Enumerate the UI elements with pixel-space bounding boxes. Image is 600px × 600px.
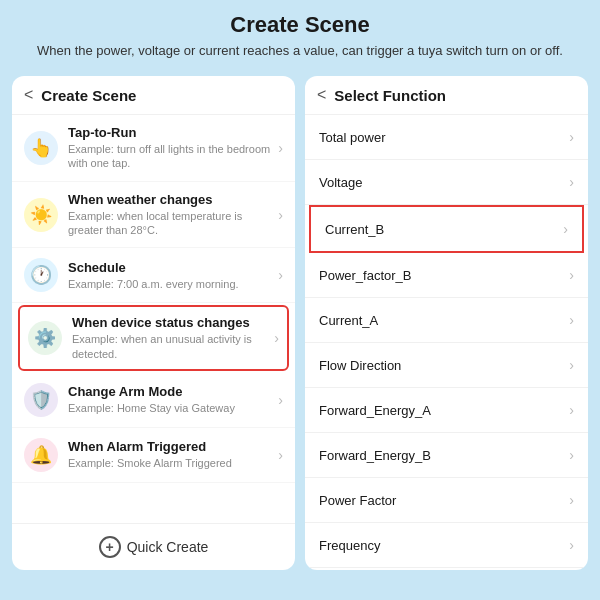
left-panel-content: 👆 Tap-to-Run Example: turn off all light… <box>12 115 295 523</box>
scene-item[interactable]: ⚙️ When device status changes Example: w… <box>18 305 289 371</box>
right-back-button[interactable]: < <box>317 86 326 104</box>
scene-item[interactable]: 👆 Tap-to-Run Example: turn off all light… <box>12 115 295 182</box>
function-name: Forward_Energy_B <box>319 448 431 463</box>
function-item[interactable]: Forward_Energy_B › <box>305 433 588 478</box>
function-item[interactable]: Total power › <box>305 115 588 160</box>
left-panel-title: Create Scene <box>41 87 136 104</box>
function-name: Total power <box>319 130 385 145</box>
quick-create-button[interactable]: + Quick Create <box>12 523 295 570</box>
function-arrow-icon: › <box>569 447 574 463</box>
scene-item[interactable]: 🛡️ Change Arm Mode Example: Home Stay vi… <box>12 373 295 428</box>
scene-desc: Example: Smoke Alarm Triggered <box>68 456 278 470</box>
page-subtitle: When the power, voltage or current reach… <box>20 42 580 60</box>
function-name: Power Factor <box>319 493 396 508</box>
function-arrow-icon: › <box>569 174 574 190</box>
function-name: Current_A <box>319 313 378 328</box>
function-arrow-icon: › <box>569 129 574 145</box>
scene-name: Tap-to-Run <box>68 125 278 140</box>
function-arrow-icon: › <box>569 312 574 328</box>
scene-item[interactable]: ☀️ When weather changes Example: when lo… <box>12 182 295 249</box>
right-panel-header: < Select Function <box>305 76 588 115</box>
header-section: Create Scene When the power, voltage or … <box>0 0 600 68</box>
right-panel: < Select Function Total power › Voltage … <box>305 76 588 570</box>
scene-icon: 👆 <box>24 131 58 165</box>
left-back-button[interactable]: < <box>24 86 33 104</box>
function-item[interactable]: Flow Direction › <box>305 343 588 388</box>
scene-icon: 🛡️ <box>24 383 58 417</box>
scene-name: Schedule <box>68 260 278 275</box>
function-item[interactable]: Frequency › <box>305 523 588 568</box>
quick-create-label: Quick Create <box>127 539 209 555</box>
scene-name: Change Arm Mode <box>68 384 278 399</box>
scene-text: When device status changes Example: when… <box>72 315 274 361</box>
scene-desc: Example: when local temperature is great… <box>68 209 278 238</box>
scene-arrow-icon: › <box>278 392 283 408</box>
function-name: Current_B <box>325 222 384 237</box>
function-arrow-icon: › <box>569 537 574 553</box>
function-arrow-icon: › <box>569 357 574 373</box>
scene-icon: ⚙️ <box>28 321 62 355</box>
function-name: Flow Direction <box>319 358 401 373</box>
function-item[interactable]: Power Factor › <box>305 478 588 523</box>
scene-desc: Example: when an unusual activity is det… <box>72 332 274 361</box>
function-item[interactable]: Current_B › <box>309 205 584 253</box>
scene-icon: 🕐 <box>24 258 58 292</box>
scene-item[interactable]: 🔔 When Alarm Triggered Example: Smoke Al… <box>12 428 295 483</box>
function-name: Frequency <box>319 538 380 553</box>
function-arrow-icon: › <box>569 267 574 283</box>
function-item[interactable]: Voltage › <box>305 160 588 205</box>
right-panel-title: Select Function <box>334 87 446 104</box>
function-item[interactable]: Current_A › <box>305 298 588 343</box>
scene-text: When weather changes Example: when local… <box>68 192 278 238</box>
scene-icon: 🔔 <box>24 438 58 472</box>
scene-name: When device status changes <box>72 315 274 330</box>
scene-desc: Example: 7:00 a.m. every morning. <box>68 277 278 291</box>
scene-name: When weather changes <box>68 192 278 207</box>
scene-text: Tap-to-Run Example: turn off all lights … <box>68 125 278 171</box>
function-item[interactable]: Power_factor_B › <box>305 253 588 298</box>
left-panel: < Create Scene 👆 Tap-to-Run Example: tur… <box>12 76 295 570</box>
scene-text: Change Arm Mode Example: Home Stay via G… <box>68 384 278 415</box>
scene-item[interactable]: 🕐 Schedule Example: 7:00 a.m. every morn… <box>12 248 295 303</box>
function-arrow-icon: › <box>569 492 574 508</box>
function-name: Voltage <box>319 175 362 190</box>
scene-text: When Alarm Triggered Example: Smoke Alar… <box>68 439 278 470</box>
scene-arrow-icon: › <box>278 447 283 463</box>
function-arrow-icon: › <box>569 402 574 418</box>
scene-icon: ☀️ <box>24 198 58 232</box>
function-name: Forward_Energy_A <box>319 403 431 418</box>
scene-arrow-icon: › <box>278 267 283 283</box>
panels-container: < Create Scene 👆 Tap-to-Run Example: tur… <box>0 68 600 578</box>
scene-arrow-icon: › <box>278 140 283 156</box>
function-item[interactable]: Forward_Energy_A › <box>305 388 588 433</box>
scene-arrow-icon: › <box>274 330 279 346</box>
scene-text: Schedule Example: 7:00 a.m. every mornin… <box>68 260 278 291</box>
function-arrow-icon: › <box>563 221 568 237</box>
scene-desc: Example: turn off all lights in the bedr… <box>68 142 278 171</box>
scene-arrow-icon: › <box>278 207 283 223</box>
left-panel-header: < Create Scene <box>12 76 295 115</box>
scene-name: When Alarm Triggered <box>68 439 278 454</box>
page-title: Create Scene <box>20 12 580 38</box>
scene-desc: Example: Home Stay via Gateway <box>68 401 278 415</box>
right-panel-content: Total power › Voltage › Current_B › Powe… <box>305 115 588 570</box>
function-name: Power_factor_B <box>319 268 412 283</box>
quick-create-icon: + <box>99 536 121 558</box>
function-item[interactable]: Power_B › <box>305 568 588 570</box>
